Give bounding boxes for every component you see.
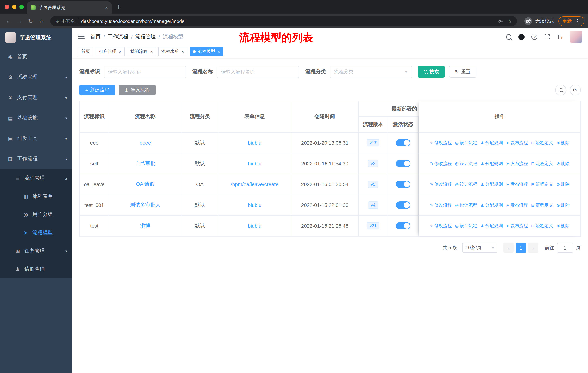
tab-close-icon[interactable]: × (105, 5, 108, 10)
sidebar-item-leave-query[interactable]: ♟ 请假查询 (0, 260, 72, 278)
status-toggle[interactable] (396, 160, 410, 167)
category-select[interactable]: 流程分类 ▾ (330, 66, 412, 78)
process-definition-link[interactable]: ⊞流程定义 (531, 223, 553, 229)
delete-process-link[interactable]: ⊗删除 (556, 140, 570, 146)
version-badge[interactable]: v17 (367, 139, 380, 147)
security-chip[interactable]: ⚠ 不安全 (55, 18, 75, 24)
back-button[interactable]: ← (4, 16, 14, 26)
sidebar-item-payment[interactable]: ¥ 支付管理 ▾ (0, 87, 72, 108)
assign-rule-link[interactable]: ♟分配规则 (481, 223, 503, 229)
assign-rule-link[interactable]: ♟分配规则 (481, 161, 503, 167)
reset-button[interactable]: ↻ 重置 (449, 66, 476, 78)
url-bar[interactable]: ⚠ 不安全 dashboard.yudao.iocoder.cn/bpm/man… (50, 16, 517, 26)
browser-tab[interactable]: 芋道管理系统 × (27, 1, 112, 14)
version-badge[interactable]: v5 (368, 181, 378, 188)
edit-process-link[interactable]: ✎修改流程 (430, 161, 452, 167)
prev-page-button[interactable]: ‹ (504, 242, 514, 253)
sidebar-item-user-group[interactable]: ◎ 用户分组 (0, 205, 72, 224)
status-toggle[interactable] (396, 222, 410, 230)
process-name-link[interactable]: OA 请假 (136, 181, 155, 188)
sidebar-item-process-model[interactable]: ➤ 流程模型 (0, 224, 72, 242)
sidebar-item-home[interactable]: ◉ 首页 (0, 47, 72, 67)
publish-process-link[interactable]: ➤发布流程 (506, 202, 528, 208)
design-process-link[interactable]: ◎设计流程 (455, 202, 477, 208)
window-close-button[interactable] (5, 5, 9, 9)
process-definition-link[interactable]: ⊞流程定义 (531, 202, 553, 208)
assign-rule-link[interactable]: ♟分配规则 (481, 140, 503, 146)
help-icon[interactable]: ? (532, 34, 537, 40)
version-badge[interactable]: v4 (368, 202, 378, 209)
search-button[interactable]: 搜索 (418, 66, 445, 78)
bookmark-star-icon[interactable]: ☆ (508, 18, 512, 24)
form-link[interactable]: biubiu (248, 161, 262, 166)
window-minimize-button[interactable] (12, 5, 16, 9)
page-number-button[interactable]: 1 (516, 242, 526, 253)
toggle-search-button[interactable] (555, 84, 566, 95)
process-definition-link[interactable]: ⊞流程定义 (531, 140, 553, 146)
form-link[interactable]: biubiu (248, 202, 262, 208)
sidebar-item-system[interactable]: ⚙ 系统管理 ▾ (0, 67, 72, 87)
version-badge[interactable]: v2 (368, 160, 378, 167)
browser-menu-icon[interactable]: ⋮ (575, 18, 580, 24)
delete-process-link[interactable]: ⊗删除 (556, 181, 570, 187)
tag-process-form[interactable]: 流程表单 × (158, 47, 187, 56)
breadcrumb-item[interactable]: 流程管理 (136, 33, 156, 40)
edit-process-link[interactable]: ✎修改流程 (430, 202, 452, 208)
next-page-button[interactable]: › (528, 242, 538, 253)
sidebar-item-workflow[interactable]: ▦ 工作流程 ▴ (0, 149, 72, 169)
fullscreen-icon[interactable] (544, 34, 550, 40)
sidebar-item-devtools[interactable]: ▣ 研发工具 ▾ (0, 128, 72, 149)
sidebar-item-process-form[interactable]: ▥ 流程表单 (0, 187, 72, 205)
status-toggle[interactable] (396, 181, 410, 188)
edit-process-link[interactable]: ✎修改流程 (430, 223, 452, 229)
sidebar-collapse-icon[interactable] (78, 35, 84, 39)
design-process-link[interactable]: ◎设计流程 (455, 223, 477, 229)
breadcrumb-item[interactable]: 工作流程 (108, 33, 128, 40)
publish-process-link[interactable]: ➤发布流程 (506, 161, 528, 167)
tag-close-icon[interactable]: × (119, 49, 121, 54)
design-process-link[interactable]: ◎设计流程 (455, 140, 477, 146)
import-process-button[interactable]: ↥ 导入流程 (119, 84, 156, 95)
form-link[interactable]: /bpm/oa/leave/create (231, 181, 279, 187)
github-icon[interactable] (518, 34, 525, 40)
tag-tenant[interactable]: 租户管理 × (95, 47, 125, 56)
search-icon[interactable] (506, 34, 511, 40)
process-name-input[interactable] (217, 66, 299, 78)
process-definition-link[interactable]: ⊞流程定义 (531, 181, 553, 187)
tag-close-icon[interactable]: × (150, 49, 153, 54)
window-zoom-button[interactable] (19, 5, 24, 9)
status-toggle[interactable] (396, 202, 410, 209)
edit-process-link[interactable]: ✎修改流程 (430, 140, 452, 146)
version-badge[interactable]: v21 (367, 222, 380, 230)
tag-home[interactable]: 首页 (78, 47, 93, 56)
status-toggle[interactable] (396, 139, 410, 146)
new-tab-button[interactable]: + (117, 3, 121, 11)
delete-process-link[interactable]: ⊗删除 (556, 202, 570, 208)
delete-process-link[interactable]: ⊗删除 (556, 161, 570, 167)
user-avatar[interactable] (570, 30, 582, 43)
design-process-link[interactable]: ◎设计流程 (455, 181, 477, 187)
tag-process-model[interactable]: 流程模型 × (189, 47, 223, 56)
refresh-table-button[interactable]: ⟳ (570, 84, 581, 95)
process-definition-link[interactable]: ⊞流程定义 (531, 161, 553, 167)
process-key-input[interactable] (104, 66, 186, 78)
tag-close-icon[interactable]: × (181, 49, 184, 54)
publish-process-link[interactable]: ➤发布流程 (506, 181, 528, 187)
create-process-button[interactable]: + 新建流程 (79, 84, 115, 95)
assign-rule-link[interactable]: ♟分配规则 (481, 181, 503, 187)
form-link[interactable]: biubiu (248, 140, 262, 146)
home-button[interactable]: ⌂ (36, 16, 47, 26)
reload-button[interactable]: ↻ (26, 16, 36, 26)
forward-button[interactable]: → (15, 16, 25, 26)
delete-process-link[interactable]: ⊗删除 (556, 223, 570, 229)
font-size-icon[interactable]: TT (557, 33, 563, 40)
process-name-link[interactable]: 滔博 (140, 222, 150, 229)
process-name-link[interactable]: 自己审批 (135, 160, 156, 167)
publish-process-link[interactable]: ➤发布流程 (506, 140, 528, 146)
tag-close-icon[interactable]: × (218, 49, 220, 54)
edit-process-link[interactable]: ✎修改流程 (430, 181, 452, 187)
key-icon[interactable] (498, 18, 504, 24)
browser-update-button[interactable]: 更新 ⋮ (558, 16, 584, 26)
process-name-link[interactable]: eeee (140, 140, 151, 146)
process-name-link[interactable]: 测试多审批人 (130, 202, 161, 208)
